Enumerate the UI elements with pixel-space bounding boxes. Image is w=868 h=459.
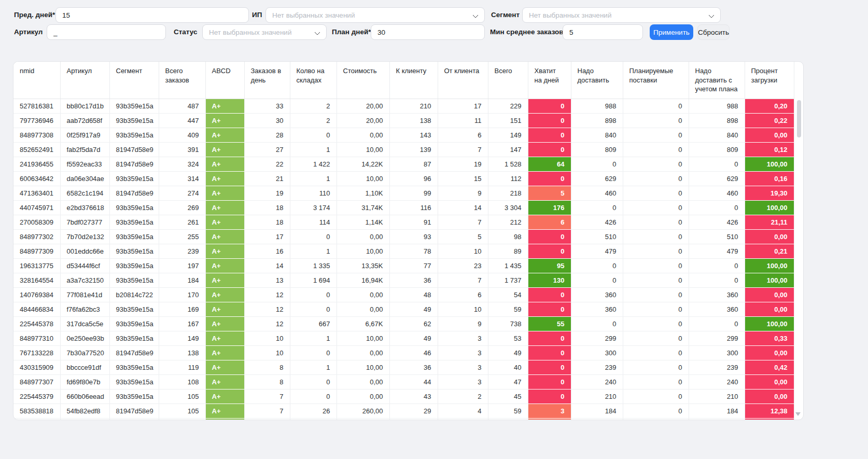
cell-hvatit_na_dney: 0 — [528, 113, 571, 128]
cell-ot_klienta: 10 — [438, 302, 488, 316]
cell-k_klientu: 99 — [389, 186, 438, 200]
cell-kolvo_na_skladah: 1 — [290, 360, 337, 374]
cell-hvatit_na_dney: 0 — [528, 360, 571, 374]
cell-planiruemye_postavki: 0 — [623, 374, 689, 389]
status-select[interactable]: Нет выбранных значений — [202, 24, 327, 40]
ip-select[interactable]: Нет выбранных значений — [265, 7, 485, 23]
cell-zakazov_v_den: 8 — [244, 374, 290, 389]
cell-k_klientu: 49 — [389, 302, 438, 316]
cell-artikul: 0f25f917a9 — [60, 128, 109, 142]
cell-ot_klienta: 11 — [438, 113, 488, 128]
vertical-scrollbar-thumb[interactable] — [797, 100, 801, 137]
pred-dney-input[interactable] — [55, 7, 249, 23]
cell-ot_klienta: 7 — [438, 142, 488, 157]
cell-nmid: 225445378 — [13, 316, 60, 331]
cell-ot_klienta: 23 — [438, 258, 488, 273]
cell-kolvo_na_skladah: 110 — [290, 186, 337, 200]
cell-artikul: d53444f6cf — [60, 258, 109, 273]
cell-k_klientu: 93 — [389, 229, 438, 244]
cell-procent_zagruzki: 19,30 — [745, 186, 794, 200]
cell-procent_zagruzki: 100,00 — [745, 157, 794, 171]
cell-nado_dostavit_plan: 360 — [689, 302, 745, 316]
plan-dney-input[interactable] — [371, 24, 485, 40]
cell-artikul: 77f081e41d — [60, 287, 109, 302]
column-header-nmid: nmid — [13, 62, 60, 99]
cell-abcd: A+ — [205, 302, 244, 316]
cell-hvatit_na_dney — [528, 418, 571, 420]
cell-abcd: A+ — [205, 113, 244, 128]
table-row — [13, 418, 794, 420]
cell-planiruemye_postavki: 0 — [623, 316, 689, 331]
cell-planiruemye_postavki: 0 — [623, 331, 689, 345]
cell-hvatit_na_dney: 6 — [528, 215, 571, 229]
cell-vsego_zakazov: 169 — [159, 302, 205, 316]
cell-procent_zagruzki: 0,20 — [745, 99, 794, 113]
segment-label: Сегмент — [491, 7, 520, 23]
cell-abcd: A+ — [205, 345, 244, 360]
cell-zakazov_v_den: 18 — [244, 200, 290, 215]
filter-bar: Пред. дней* ИП Нет выбранных значений Се… — [0, 0, 868, 52]
cell-kolvo_na_skladah: 0 — [290, 389, 337, 404]
cell-k_klientu: 29 — [389, 404, 438, 418]
cell-hvatit_na_dney: 0 — [528, 374, 571, 389]
cell-vsego: 59 — [488, 404, 528, 418]
segment-select[interactable]: Нет выбранных значений — [522, 7, 721, 23]
cell-nado_dostavit: 300 — [571, 345, 623, 360]
chevron-down-icon — [708, 12, 714, 18]
cell-abcd: A+ — [205, 200, 244, 215]
cell-k_klientu: 143 — [389, 128, 438, 142]
cell-segment: 81947d58e9 — [109, 404, 159, 418]
cell-kolvo_na_skladah: 1 — [290, 142, 337, 157]
cell-zakazov_v_den: 33 — [244, 99, 290, 113]
segment-placeholder: Нет выбранных значений — [529, 11, 611, 19]
column-header-segment: Сегмент — [109, 62, 159, 99]
cell-nmid: 600634642 — [13, 171, 60, 186]
cell-planiruemye_postavki: 0 — [623, 302, 689, 316]
cell-planiruemye_postavki: 0 — [623, 200, 689, 215]
cell-k_klientu: 91 — [389, 215, 438, 229]
min-orders-input[interactable] — [563, 24, 643, 40]
cell-artikul: 54fb82edf8 — [60, 404, 109, 418]
cell-nmid: 848977310 — [13, 331, 60, 345]
artikul-input[interactable] — [47, 24, 166, 40]
cell-vsego_zakazov: 149 — [159, 331, 205, 345]
cell-nmid: 848977302 — [13, 229, 60, 244]
cell-procent_zagruzki: 12,38 — [745, 404, 794, 418]
cell-abcd: A+ — [205, 229, 244, 244]
cell-abcd: A+ — [205, 389, 244, 404]
cell-planiruemye_postavki: 0 — [623, 215, 689, 229]
cell-vsego_zakazov: 138 — [159, 345, 205, 360]
column-header-nado_dostavit: Надо доставить — [571, 62, 623, 99]
cell-segment: 93b359e15a — [109, 229, 159, 244]
cell-stoimost: 0,00 — [337, 389, 389, 404]
data-table: nmidАртикулСегментВсего заказовABCDЗаказ… — [13, 62, 794, 420]
cell-zakazov_v_den: 16 — [244, 244, 290, 258]
cell-ot_klienta: 17 — [438, 99, 488, 113]
cell-planiruemye_postavki: 0 — [623, 142, 689, 157]
cell-hvatit_na_dney: 0 — [528, 128, 571, 142]
cell-artikul: fd69f80e7b — [60, 374, 109, 389]
scroll-down-arrow-icon[interactable] — [795, 412, 801, 416]
cell-vsego: 45 — [488, 389, 528, 404]
cell-vsego: 3 304 — [488, 200, 528, 215]
cell-stoimost: 20,00 — [337, 113, 389, 128]
ip-label: ИП — [252, 7, 262, 23]
table-row: 58353881854fb82edf881947d58e9105A+726260… — [13, 404, 794, 418]
table-row: 225445379660b06eead93b359e15a105A+700,00… — [13, 389, 794, 404]
cell-stoimost: 1,14K — [337, 215, 389, 229]
table-row: 2700583097bdf02737793b359e15a261A+181141… — [13, 215, 794, 229]
cell-nado_dostavit_plan — [689, 418, 745, 420]
reset-button[interactable]: Сбросить — [697, 24, 730, 40]
cell-vsego: 218 — [488, 186, 528, 200]
cell-k_klientu: 78 — [389, 244, 438, 258]
cell-procent_zagruzki: 0,00 — [745, 345, 794, 360]
cell-zakazov_v_den: 21 — [244, 171, 290, 186]
apply-button[interactable]: Применить — [650, 24, 693, 40]
cell-nado_dostavit: 360 — [571, 287, 623, 302]
cell-planiruemye_postavki: 0 — [623, 389, 689, 404]
cell-abcd: A+ — [205, 244, 244, 258]
cell-zakazov_v_den: 14 — [244, 258, 290, 273]
cell-nado_dostavit_plan: 809 — [689, 142, 745, 157]
cell-stoimost: 0,00 — [337, 345, 389, 360]
table-row: 225445378317dca5c5e93b359e15a167A+126676… — [13, 316, 794, 331]
